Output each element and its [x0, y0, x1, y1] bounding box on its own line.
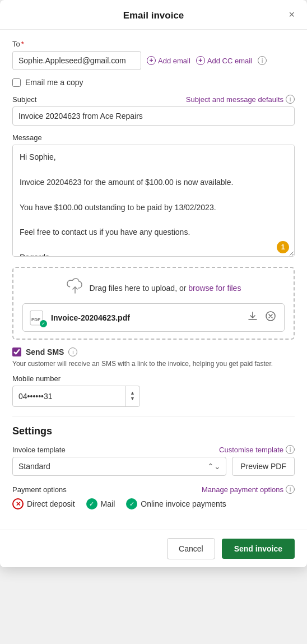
plus-circle-cc-icon: +: [196, 56, 205, 65]
subject-defaults-link[interactable]: Subject and message defaults i: [186, 95, 295, 104]
sms-label[interactable]: Send SMS: [26, 348, 64, 356]
subject-info-icon[interactable]: i: [286, 95, 295, 104]
online-label: Online invoice payments: [141, 499, 226, 508]
payment-option-mail: ✓ Mail: [86, 498, 115, 509]
settings-title: Settings: [12, 425, 295, 437]
mail-label: Mail: [101, 499, 115, 508]
mobile-input-wrap: ▲ ▼: [12, 386, 140, 407]
template-select[interactable]: Standard Classic Modern: [12, 457, 226, 476]
message-textarea[interactable]: Hi Sophie, Invoice 20204623 for the amou…: [12, 145, 295, 257]
mobile-input[interactable]: [13, 387, 125, 405]
message-field-row: Message Hi Sophie, Invoice 20204623 for …: [12, 133, 295, 259]
x-icon-direct-deposit: ✕: [12, 498, 24, 509]
upload-zone[interactable]: Drag files here to upload, or browse for…: [12, 267, 295, 340]
attached-file: PDF ✓ Invoice-20204623.pdf: [22, 303, 285, 332]
subject-field-row: Subject Subject and message defaults i: [12, 95, 295, 126]
file-icon-wrap: PDF ✓: [30, 310, 45, 326]
file-download-button[interactable]: [246, 309, 259, 326]
payment-option-direct-deposit: ✕ Direct deposit: [12, 498, 75, 509]
divider: [12, 416, 295, 416]
payment-option-online: ✓ Online invoice payments: [126, 498, 226, 509]
check-icon-online: ✓: [126, 498, 137, 509]
modal-body: To* + Add email + Add CC email i Email m…: [0, 30, 307, 530]
upload-text: Drag files here to upload, or browse for…: [90, 284, 241, 293]
plus-circle-icon: +: [147, 56, 156, 65]
manage-info-icon[interactable]: i: [286, 485, 295, 494]
manage-payment-link[interactable]: Manage payment options i: [202, 485, 295, 494]
mobile-spinner[interactable]: ▲ ▼: [125, 386, 139, 406]
preview-pdf-button[interactable]: Preview PDF: [232, 457, 295, 476]
subject-input[interactable]: [12, 106, 295, 126]
settings-section: Settings Invoice template Customise temp…: [12, 425, 295, 509]
payment-options-field: Payment options Manage payment options i…: [12, 485, 295, 509]
to-email-input[interactable]: [12, 51, 141, 70]
to-field-row: To* + Add email + Add CC email i: [12, 40, 295, 70]
to-info-icon[interactable]: i: [258, 56, 267, 65]
send-invoice-button[interactable]: Send invoice: [222, 539, 295, 559]
cancel-button[interactable]: Cancel: [167, 538, 215, 559]
template-select-wrap: Standard Classic Modern ⌃⌄: [12, 457, 226, 476]
email-copy-row: Email me a copy: [12, 78, 295, 87]
file-name: Invoice-20204623.pdf: [51, 313, 240, 322]
upload-top: Drag files here to upload, or browse for…: [22, 278, 285, 298]
invoice-template-label-row: Invoice template Customise template i: [12, 445, 295, 454]
template-row: Standard Classic Modern ⌃⌄ Preview PDF: [12, 457, 295, 476]
spinner-down-arrow: ▼: [130, 396, 135, 402]
email-copy-label[interactable]: Email me a copy: [25, 78, 83, 87]
check-icon-mail: ✓: [86, 498, 97, 509]
invoice-template-field: Invoice template Customise template i St…: [12, 445, 295, 476]
to-field-label: To*: [12, 40, 295, 48]
email-invoice-modal: Email invoice × To* + Add email + Add CC…: [0, 0, 307, 567]
file-remove-button[interactable]: [264, 309, 277, 326]
message-textarea-wrapper: Hi Sophie, Invoice 20204623 for the amou…: [12, 145, 295, 259]
to-label-text: To*: [12, 40, 24, 48]
browse-link[interactable]: browse for files: [188, 284, 241, 293]
file-actions: [246, 309, 277, 326]
modal-header: Email invoice ×: [0, 0, 307, 30]
file-check-icon: ✓: [40, 320, 47, 327]
sms-description: Your customer will receive an SMS with a…: [12, 360, 295, 368]
svg-text:PDF: PDF: [31, 317, 40, 322]
mobile-number-field: Mobile number ▲ ▼: [12, 374, 295, 407]
sms-checkbox[interactable]: [12, 348, 21, 356]
add-email-button[interactable]: + Add email: [147, 56, 190, 65]
sms-row: Send SMS i: [12, 348, 295, 356]
close-button[interactable]: ×: [286, 7, 297, 22]
customise-info-icon[interactable]: i: [286, 445, 295, 454]
email-copy-checkbox[interactable]: [12, 78, 21, 87]
add-cc-button[interactable]: + Add CC email: [196, 56, 252, 65]
to-row: + Add email + Add CC email i: [12, 51, 295, 70]
direct-deposit-label: Direct deposit: [27, 499, 75, 508]
modal-footer: Cancel Send invoice: [0, 530, 307, 567]
payment-options-list: ✕ Direct deposit ✓ Mail ✓ Online invoice…: [12, 498, 295, 509]
message-badge: 1: [277, 241, 289, 253]
sms-info-icon[interactable]: i: [68, 348, 77, 356]
subject-field-label: Subject Subject and message defaults i: [12, 95, 295, 104]
modal-title: Email invoice: [123, 10, 184, 21]
mobile-label: Mobile number: [12, 374, 295, 383]
payment-options-label-row: Payment options Manage payment options i: [12, 485, 295, 494]
message-label: Message: [12, 133, 295, 142]
customise-template-link[interactable]: Customise template i: [219, 445, 295, 454]
upload-icon: [66, 278, 84, 298]
